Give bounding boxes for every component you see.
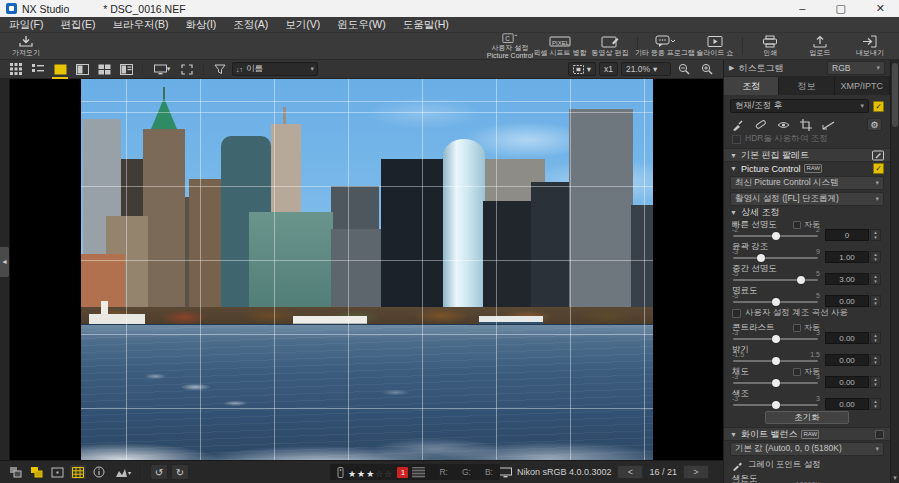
secondary-label-badge[interactable] [412, 467, 425, 478]
undo-button[interactable]: ↺ [150, 464, 168, 480]
slider-thumb[interactable] [772, 401, 780, 409]
white-balance-header[interactable]: ▼ 화이트 밸런스 RAW [724, 427, 890, 441]
upload-button[interactable]: 업로드 [795, 33, 845, 59]
slider-spinner[interactable]: ▴ ▾ [870, 295, 881, 307]
slider-value[interactable]: 0.00 [825, 295, 869, 307]
tool-settings-button[interactable]: ⚙ [867, 118, 882, 131]
star-icon[interactable]: ★ [357, 469, 366, 479]
straighten-icon[interactable] [822, 119, 835, 131]
image-info-view-button[interactable] [116, 61, 136, 78]
slider-value[interactable]: 0.00 [825, 398, 869, 410]
zoom-out-button[interactable] [674, 61, 694, 78]
slider-thumb[interactable] [772, 232, 780, 240]
menu-browser[interactable]: 브라우저(B) [112, 18, 168, 32]
label-badge[interactable]: 1 [397, 467, 408, 478]
edit-palette-icon[interactable] [872, 150, 884, 161]
histogram-overlay-button[interactable]: ▾ [111, 464, 135, 480]
auto-checkbox[interactable] [793, 221, 801, 229]
histogram-section-header[interactable]: ▶ 히스토그램 RGB ▾ [724, 60, 890, 77]
menu-adjust[interactable]: 조정(A) [233, 18, 268, 32]
redo-button[interactable]: ↻ [171, 464, 189, 480]
star-icon[interactable]: ☆ [384, 469, 393, 479]
slider-thumb[interactable] [797, 276, 805, 284]
focus-point-button[interactable] [48, 464, 66, 480]
slider-thumb[interactable] [757, 254, 765, 262]
slider-track[interactable] [733, 338, 818, 340]
next-image-button[interactable]: > [683, 465, 709, 479]
star-icon[interactable]: ★ [366, 469, 375, 479]
menu-view[interactable]: 보기(V) [285, 18, 320, 32]
export-button[interactable]: 내보내기 [845, 33, 895, 59]
tab-adjustments[interactable]: 조정 [724, 77, 779, 95]
before-after-button[interactable] [27, 464, 45, 480]
slider-track[interactable] [733, 301, 818, 303]
picture-control-header[interactable]: ▼ Picture Control RAW ✓ [724, 162, 890, 175]
filmstrip-expand-handle[interactable]: ◂ [0, 247, 9, 277]
zoom-in-button[interactable] [697, 61, 717, 78]
star-rating[interactable]: ★★★☆☆ [348, 463, 393, 481]
tab-xmp-iptc[interactable]: XMP/IPTC [835, 77, 890, 95]
menu-edit[interactable]: 편집(E) [60, 18, 95, 32]
histogram-channel-dropdown[interactable]: RGB ▾ [827, 61, 885, 75]
star-icon[interactable]: ★ [348, 469, 357, 479]
tab-info[interactable]: 정보 [779, 77, 834, 95]
zoom-1to1-button[interactable]: x1 [599, 62, 618, 76]
gray-point-row[interactable]: 그레이 포인트 설정 [724, 457, 890, 473]
sort-dropdown[interactable]: ↓↑ 이름 ▾ [232, 62, 318, 76]
import-button[interactable]: 가져오기 [0, 33, 52, 59]
tone-curve-checkbox[interactable] [732, 309, 741, 318]
hdr-checkbox[interactable] [732, 135, 741, 144]
filter-button[interactable] [210, 61, 230, 78]
reset-button[interactable]: 초기화 [765, 411, 849, 424]
slider-thumb[interactable] [772, 298, 780, 306]
fit-view-dropdown[interactable]: ▾ [568, 62, 596, 76]
two-up-view-button[interactable] [72, 61, 92, 78]
menu-image[interactable]: 화상(I) [185, 18, 216, 32]
slider-track[interactable] [733, 382, 818, 384]
detail-adjust-header[interactable]: ▼ 상세 조정 [724, 207, 890, 218]
other-apps-button[interactable]: 기타 응용 프로그램 [640, 33, 690, 59]
panel-scrollbar[interactable]: ▾ [890, 60, 899, 483]
slider-thumb[interactable] [772, 379, 780, 387]
single-image-view-button[interactable] [50, 61, 70, 78]
slider-track[interactable] [733, 279, 818, 281]
slider-thumb[interactable] [772, 335, 780, 343]
shooting-info-button[interactable] [90, 464, 108, 480]
grid-overlay-button[interactable] [69, 464, 87, 480]
wb-preset-dropdown[interactable]: 기본 값 (Auto0, 0, 0 (5180K) ▾ [730, 442, 884, 456]
slider-spinner[interactable]: ▴ ▾ [870, 398, 881, 410]
menu-window[interactable]: 윈도우(W) [337, 18, 385, 32]
red-eye-icon[interactable] [777, 119, 790, 131]
slider-thumb[interactable] [772, 357, 780, 365]
pixel-shift-merge-button[interactable]: PIXEL 픽셀 시프트 병합 [535, 33, 585, 59]
menu-file[interactable]: 파일(F) [9, 18, 43, 32]
previous-image-button[interactable]: < [617, 465, 643, 479]
compare-images-button[interactable] [6, 464, 24, 480]
photo-manhattan-skyline[interactable] [81, 79, 653, 460]
second-monitor-button[interactable]: ▾ [149, 61, 175, 78]
minimize-button[interactable]: – [799, 1, 805, 16]
slider-track[interactable] [733, 404, 818, 406]
picture-control-checkbox[interactable]: ✓ [873, 163, 884, 174]
print-button[interactable]: 인쇄 [745, 33, 795, 59]
auto-checkbox[interactable] [793, 368, 801, 376]
crop-icon[interactable] [800, 119, 812, 131]
slideshow-button[interactable]: 슬라이드 쇼 [690, 33, 740, 59]
close-button[interactable]: ✕ [876, 1, 885, 16]
zoom-level-dropdown[interactable]: 21.0% ▾ [621, 62, 671, 76]
four-up-view-button[interactable] [94, 61, 114, 78]
slider-track[interactable] [733, 257, 818, 259]
state-dropdown[interactable]: 현재/조정 후 ▾ [730, 99, 869, 113]
menu-help[interactable]: 도움말(H) [403, 18, 449, 32]
slider-track[interactable] [733, 235, 818, 237]
state-enabled-checkbox[interactable]: ✓ [873, 101, 884, 112]
retouch-bandaid-icon[interactable] [754, 119, 767, 131]
scroll-down-arrow[interactable]: ▾ [891, 473, 899, 483]
list-view-button[interactable] [28, 61, 48, 78]
edit-palette-header[interactable]: ▼ 기본 편집 팔레트 [724, 148, 890, 162]
adjustment-brush-icon[interactable] [732, 119, 744, 131]
thumbnail-grid-view-button[interactable] [6, 61, 26, 78]
fullscreen-button[interactable] [177, 61, 197, 78]
star-icon[interactable]: ☆ [375, 469, 384, 479]
auto-checkbox[interactable] [793, 324, 801, 332]
